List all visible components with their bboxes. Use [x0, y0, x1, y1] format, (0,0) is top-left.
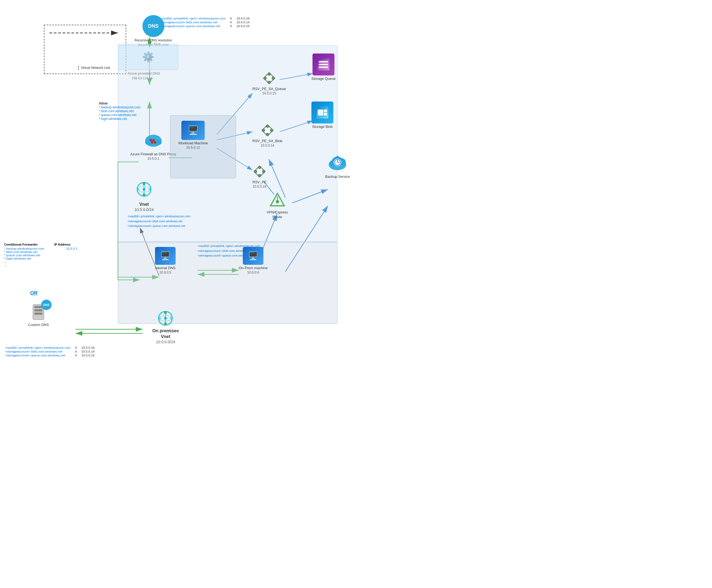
- svg-rect-58: [319, 64, 328, 65]
- custom-dns-icon: DNS: [27, 302, 49, 321]
- svg-rect-30: [151, 141, 153, 144]
- vpn-icon: [269, 192, 286, 209]
- svg-point-50: [270, 129, 273, 132]
- svg-point-44: [264, 77, 267, 80]
- rsv-pe-sa-queue-node: RSV_PE_SA_Queue 10.5.0.15: [252, 71, 286, 95]
- svg-point-45: [272, 77, 275, 80]
- internal-dns-node: 🖥️ Internal DNS 10.0.0.5: [155, 247, 175, 274]
- svg-rect-59: [319, 66, 328, 68]
- firewall-icon: [143, 132, 164, 151]
- svg-point-55: [262, 170, 265, 173]
- dns-records-bottom: <vaultId>.privatelink.<geo>.windowsazure…: [3, 346, 97, 357]
- storage-blob-icon: [311, 102, 333, 124]
- svg-point-76: [164, 317, 167, 320]
- svg-point-52: [258, 166, 261, 169]
- svg-rect-61: [318, 109, 323, 115]
- svg-rect-29: [152, 139, 155, 141]
- svg-rect-62: [324, 109, 327, 112]
- svg-rect-63: [324, 113, 327, 115]
- rsv-pe-icon: [253, 165, 267, 179]
- svg-point-43: [268, 81, 271, 84]
- rsv-pe-sa-blob-icon: [261, 124, 274, 138]
- arrows-layer: [0, 0, 712, 588]
- dns-records-middle: <vaultId>.privatelink.<geo>.windowsazure…: [128, 214, 190, 229]
- dns-node: DNS Recursive DNS resolutionvia private …: [134, 15, 172, 47]
- svg-point-42: [268, 73, 271, 76]
- svg-point-47: [266, 125, 269, 128]
- storage-queue-icon: [313, 54, 334, 76]
- dashed-box: [44, 25, 126, 74]
- firewall-node: Azure Firewall as DNS Proxy 10.5.0.1: [130, 132, 176, 161]
- svg-rect-31: [154, 141, 156, 144]
- backup-service-icon: [327, 151, 349, 173]
- backup-service-node: Backup Service: [325, 151, 350, 179]
- on-prem-machine-node: 🖥️ On-Prem machine 10.0.0.6: [239, 247, 268, 274]
- svg-point-65: [276, 200, 279, 203]
- svg-point-33: [143, 188, 145, 191]
- diagram-container: <vaultId>.privatelink.<geo>.windowsazure…: [0, 0, 712, 588]
- workload-node: 🖥️ Workload Machine 10.5.0.12: [179, 121, 208, 149]
- conditional-forwarder: Conditional Forwarder IP Address *.backu…: [4, 243, 77, 267]
- allow-list: Allow *.backup.windowsazure.com *.blob.c…: [99, 102, 141, 121]
- on-premises-vnet-icon: [157, 310, 174, 327]
- custom-dns-badge: DNS: [41, 300, 51, 310]
- dns-icon: DNS: [142, 15, 164, 37]
- svg-point-79: [159, 317, 161, 319]
- vnet-node: Vnet 10.5.0.0/24: [134, 181, 154, 212]
- svg-rect-28: [150, 139, 152, 141]
- storage-blob-node: Storage Blob: [311, 102, 333, 129]
- svg-rect-57: [319, 61, 328, 63]
- storage-queue-node: Storage Queue: [311, 54, 336, 81]
- on-premises-vnet-node: On premisesVnet 10.0.0.0/24: [152, 310, 179, 344]
- svg-point-80: [170, 317, 172, 319]
- svg-point-49: [262, 129, 265, 132]
- svg-point-48: [266, 133, 269, 136]
- svg-point-53: [258, 174, 261, 177]
- rsv-pe-node: RSV_PE 10.5.0.16: [252, 165, 267, 189]
- svg-point-89: [40, 310, 42, 311]
- custom-dns-node: DNS Custom DNS: [27, 302, 49, 327]
- workload-icon: 🖥️: [181, 121, 205, 140]
- or-label: OR: [30, 290, 38, 296]
- svg-point-54: [254, 170, 257, 173]
- svg-point-36: [138, 188, 140, 190]
- internal-dns-icon: 🖥️: [155, 247, 175, 265]
- svg-point-37: [148, 188, 151, 190]
- on-prem-machine-icon: 🖥️: [243, 247, 264, 265]
- vpn-express-route-node: VPN/ExpressRoute: [267, 192, 288, 219]
- rsv-pe-sa-blob-node: RSV_PE_SA_Blob 10.5.0.14: [252, 124, 282, 147]
- svg-rect-87: [34, 313, 43, 315]
- rsv-pe-sa-queue-icon: [262, 71, 276, 86]
- vnet-icon: [135, 181, 153, 201]
